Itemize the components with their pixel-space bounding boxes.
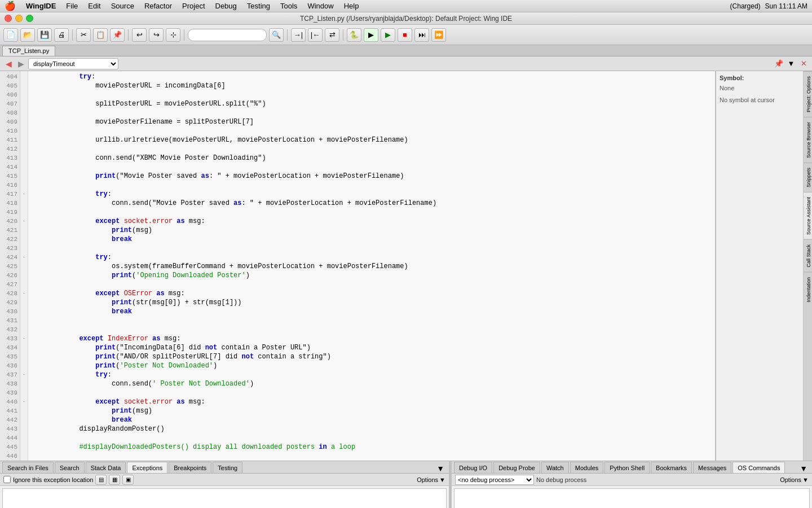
tab-python-shell[interactable]: Python Shell: [604, 462, 650, 473]
line-number: 430: [0, 307, 20, 316]
right-tab-call-stack[interactable]: Call Stack: [804, 239, 813, 272]
fold-marker: [20, 343, 28, 352]
code-content[interactable]: try: moviePosterURL = incomingData[6] sp…: [28, 71, 715, 461]
nav-scope-dropdown[interactable]: displayTimeout: [28, 58, 118, 69]
fold-marker: [20, 262, 28, 271]
fold-marker[interactable]: -: [20, 190, 28, 199]
paste-button[interactable]: 📌: [110, 28, 125, 42]
close-window-button[interactable]: [5, 15, 12, 22]
right-tab-source-browser[interactable]: Source Browser: [804, 117, 813, 163]
code-line: conn.send(' Poster Not Downloaded'): [30, 379, 713, 388]
fold-marker: [20, 226, 28, 235]
file-tab-tcp-listen[interactable]: TCP_Listen.py: [2, 46, 55, 56]
cut-button[interactable]: ✂: [76, 28, 91, 42]
options-arrow-icon: ▼: [439, 476, 445, 483]
indent2-button[interactable]: ⇄: [325, 28, 339, 42]
open-file-button[interactable]: 📂: [20, 28, 35, 42]
debug-options-button[interactable]: Options ▼: [780, 476, 809, 483]
line-number: 437: [0, 370, 20, 379]
run-button[interactable]: ▶: [364, 28, 378, 42]
menubar-source[interactable]: Source: [107, 1, 139, 11]
undo-button[interactable]: ↩: [132, 28, 147, 42]
tab-search[interactable]: Search: [55, 462, 85, 473]
line-number: 418: [0, 199, 20, 208]
fold-marker: [20, 117, 28, 126]
menubar-edit[interactable]: Edit: [83, 1, 105, 11]
menubar-debug[interactable]: Debug: [211, 1, 241, 11]
code-line: except IndexError as msg:: [30, 334, 713, 343]
fold-marker: [20, 316, 28, 325]
fold-marker[interactable]: -: [20, 370, 28, 379]
tab-debug-io[interactable]: Debug I/O: [454, 462, 492, 473]
menubar-help[interactable]: Help: [339, 1, 364, 11]
search-button[interactable]: 🔍: [269, 28, 284, 42]
tab-stack-data[interactable]: Stack Data: [86, 462, 126, 473]
ignore-location-checkbox-label[interactable]: Ignore this exception location: [3, 476, 93, 483]
menubar-tools[interactable]: Tools: [276, 1, 302, 11]
menubar-refactor[interactable]: Refactor: [140, 1, 176, 11]
code-line: [30, 452, 713, 461]
exceptions-btn-2[interactable]: ▦: [109, 475, 120, 485]
debug-process-select[interactable]: <no debug process>: [455, 475, 534, 485]
right-tab-source-assistant[interactable]: Source Assistant: [804, 192, 813, 239]
minimize-window-button[interactable]: [15, 15, 23, 22]
menubar-window[interactable]: Window: [303, 1, 338, 11]
right-tab-snippets[interactable]: Snippets: [804, 163, 813, 192]
python-button[interactable]: 🐍: [347, 28, 361, 42]
fold-marker[interactable]: -: [20, 397, 28, 406]
menubar-file[interactable]: File: [61, 1, 82, 11]
menubar-project[interactable]: Project: [178, 1, 209, 11]
fold-marker[interactable]: -: [20, 334, 28, 343]
redo-button[interactable]: ↪: [149, 28, 164, 42]
tab-search-in-files[interactable]: Search in Files: [2, 462, 54, 473]
pin-icon[interactable]: 📌: [774, 59, 784, 69]
fold-marker[interactable]: -: [20, 253, 28, 262]
nav-back-button[interactable]: ◀: [3, 59, 14, 69]
maximize-window-button[interactable]: [26, 15, 33, 22]
nav-forward-button[interactable]: ▶: [16, 59, 26, 69]
bottom-left-collapse-icon[interactable]: ▼: [436, 464, 444, 473]
new-file-button[interactable]: 📄: [3, 28, 18, 42]
ignore-location-checkbox[interactable]: [3, 476, 11, 483]
toolbar-search-input[interactable]: [188, 29, 267, 41]
menubar-testing[interactable]: Testing: [242, 1, 275, 11]
right-tab-project-options[interactable]: Project: Options: [804, 71, 813, 117]
tab-os-commands[interactable]: OS Commands: [732, 462, 785, 473]
step-button[interactable]: ⏭: [414, 28, 429, 42]
line-number: 439: [0, 388, 20, 397]
line-number: 414: [0, 163, 20, 172]
code-line: print('Opening Downloaded Poster'): [30, 271, 713, 280]
exceptions-btn-3[interactable]: ▣: [122, 475, 134, 485]
copy-button[interactable]: 📋: [93, 28, 108, 42]
indent-button[interactable]: →|: [291, 28, 306, 42]
menubar-wingide[interactable]: WingIDE: [21, 1, 60, 11]
continue-button[interactable]: ⏩: [431, 28, 446, 42]
tab-messages[interactable]: Messages: [693, 462, 731, 473]
select-button[interactable]: ⊹: [166, 28, 180, 42]
nav-close-icon[interactable]: ✕: [798, 59, 809, 69]
tab-bookmarks[interactable]: Bookmarks: [651, 462, 692, 473]
outdent-button[interactable]: |←: [308, 28, 323, 42]
tab-watch[interactable]: Watch: [541, 462, 569, 473]
nav-down-icon[interactable]: ▼: [786, 59, 796, 69]
print-button[interactable]: 🖨: [54, 28, 69, 42]
fold-marker[interactable]: -: [20, 217, 28, 226]
tab-debug-probe[interactable]: Debug Probe: [493, 462, 540, 473]
code-editor[interactable]: 4044054064074084094104114124134144154164…: [0, 71, 716, 461]
fold-marker[interactable]: -: [20, 289, 28, 298]
line-number: 419: [0, 208, 20, 217]
exceptions-options-button[interactable]: Options ▼: [417, 476, 445, 483]
bottom-right-collapse-icon[interactable]: ▼: [800, 464, 807, 473]
apple-menu-icon[interactable]: 🍎: [5, 1, 16, 11]
save-file-button[interactable]: 💾: [37, 28, 52, 42]
tab-testing[interactable]: Testing: [213, 462, 242, 473]
tab-breakpoints[interactable]: Breakpoints: [169, 462, 211, 473]
right-tab-indentation[interactable]: Indentation: [804, 272, 813, 307]
debug-run-button[interactable]: ▶: [381, 28, 395, 42]
exceptions-btn-1[interactable]: ▤: [95, 475, 107, 485]
tab-exceptions[interactable]: Exceptions: [127, 462, 167, 473]
line-number: 445: [0, 443, 20, 452]
tab-modules[interactable]: Modules: [570, 462, 604, 473]
fold-column: -------: [20, 71, 28, 461]
stop-button[interactable]: ■: [398, 28, 412, 42]
